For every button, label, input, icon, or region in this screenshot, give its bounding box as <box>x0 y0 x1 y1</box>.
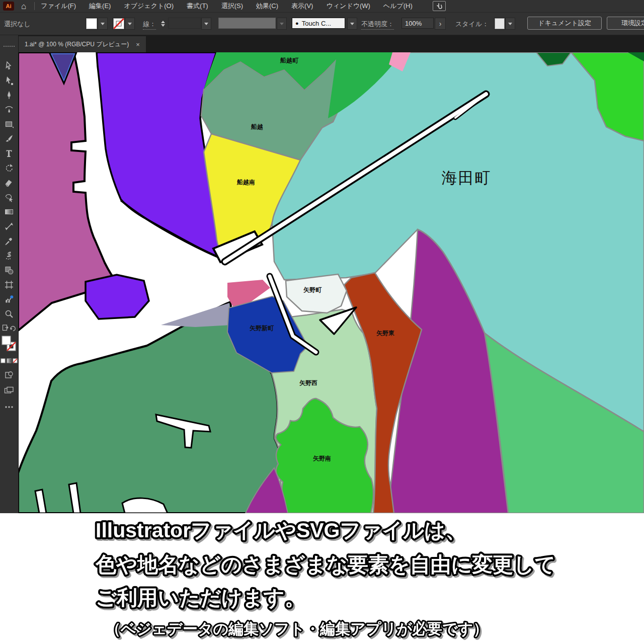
brush-dropdown[interactable] <box>347 18 357 30</box>
opacity-input[interactable]: 100% <box>401 18 434 29</box>
menu-help[interactable]: ヘルプ(H) <box>383 2 413 11</box>
more-tools-icon[interactable] <box>5 401 14 411</box>
label-yanominami[interactable]: 矢野南 <box>312 455 331 462</box>
label-yanocho[interactable]: 矢野町 <box>303 286 322 293</box>
label-yanonishi[interactable]: 矢野西 <box>299 379 317 386</box>
document-tab[interactable]: 1.ai* @ 100 % (RGB/CPU プレビュー) × <box>19 36 146 52</box>
menu-type[interactable]: 書式(T) <box>187 2 208 11</box>
zoom-tool[interactable] <box>2 306 16 321</box>
stroke-color-swatch[interactable] <box>113 18 125 30</box>
stroke-weight-stepper[interactable] <box>158 18 168 30</box>
direct-selection-tool[interactable] <box>2 73 16 88</box>
stroke-weight-input[interactable] <box>168 18 201 29</box>
menu-bar: Ai ⌂ ファイル(F) 編集(E) オブジェクト(O) 書式(T) 選択(S)… <box>0 0 644 12</box>
touch-workspace-icon[interactable] <box>433 1 446 11</box>
width-profile-dropdown <box>277 18 287 30</box>
menu-select[interactable]: 選択(S) <box>221 2 243 11</box>
opacity-label[interactable]: 不透明度： <box>361 20 394 30</box>
symbol-sprayer-tool[interactable] <box>2 248 16 263</box>
paintbrush-tool[interactable] <box>2 131 16 146</box>
screen-mode-icon[interactable] <box>4 386 14 396</box>
brush-select[interactable]: ● Touch C... <box>292 18 345 29</box>
fill-color-dropdown[interactable] <box>98 18 108 30</box>
artboard-tool[interactable] <box>2 277 16 292</box>
free-transform-tool[interactable] <box>2 219 16 233</box>
type-tool[interactable] <box>2 146 16 160</box>
caption-area: IllustratorファイルやSVGファイルは、 色や地名などのさまざまな要素… <box>0 513 644 644</box>
illustrator-logo-icon[interactable]: Ai <box>3 2 14 11</box>
curved-arrow-icon[interactable] <box>10 324 16 333</box>
selection-tool[interactable] <box>2 58 16 73</box>
region-violet-blob[interactable] <box>86 275 149 319</box>
preferences-button[interactable]: 環境設定 <box>607 17 644 30</box>
menu-window[interactable]: ウィンドウ(W) <box>326 2 370 11</box>
label-yanoshinmachi[interactable]: 矢野新町 <box>249 325 274 332</box>
menu-separator <box>34 2 35 10</box>
label-funakoshiminami[interactable]: 船越南 <box>236 179 255 186</box>
caption-line-4: （ベジェデータの編集ソフト・編集アプリが必要です） <box>106 620 489 637</box>
document-tab-title: 1.ai* @ 100 % (RGB/CPU プレビュー) <box>25 40 129 49</box>
shape-group-tool[interactable] <box>2 263 16 277</box>
stroke-weight-label[interactable]: 線： <box>143 20 156 30</box>
brush-bullet-icon: ● <box>295 20 299 26</box>
gradient-mode-icon[interactable] <box>7 356 12 365</box>
label-kaitacho[interactable]: 海田町 <box>442 169 492 187</box>
stroke-color-dropdown[interactable] <box>125 18 135 30</box>
control-bar: 選択なし 線： ● Touch C... 不透明度： 100% › スタイル： … <box>0 12 644 35</box>
opacity-expander[interactable]: › <box>435 18 446 30</box>
color-mode-icon[interactable] <box>1 356 6 365</box>
curvature-tool[interactable] <box>2 102 16 117</box>
eyedropper-tool[interactable] <box>2 233 16 248</box>
toolbar-grip-icon <box>3 45 15 47</box>
home-icon[interactable]: ⌂ <box>21 2 26 11</box>
menu-edit[interactable]: 編集(E) <box>89 2 111 11</box>
menu-object[interactable]: オブジェクト(O) <box>124 2 174 11</box>
caption-line-3: ご利用いただけます。 <box>96 586 305 609</box>
document-setup-button[interactable]: ドキュメント設定 <box>527 17 602 30</box>
width-profile-select <box>218 18 276 29</box>
caption-line-1: IllustratorファイルやSVGファイルは、 <box>96 519 466 542</box>
map-artwork[interactable]: 船越町 船越 船越南 矢野町 矢野新町 矢野東 矢野西 矢野南 海田町 <box>18 52 644 513</box>
fill-stroke-indicator[interactable] <box>1 335 17 355</box>
tools-panel <box>0 52 19 513</box>
label-funakoshi[interactable]: 船越 <box>251 123 263 130</box>
stroke-weight-dropdown[interactable] <box>201 18 211 30</box>
style-swatch[interactable] <box>494 18 505 30</box>
rotate-tool[interactable] <box>2 160 16 175</box>
label-yanohigashi[interactable]: 矢野東 <box>376 330 394 337</box>
style-dropdown[interactable] <box>505 18 515 30</box>
shape-builder-tool[interactable] <box>2 190 16 204</box>
pen-tool[interactable] <box>2 88 16 102</box>
tab-close-icon[interactable]: × <box>136 41 140 48</box>
artboard-canvas[interactable]: 船越町 船越 船越南 矢野町 矢野新町 矢野東 矢野西 矢野南 海田町 <box>18 52 644 513</box>
menu-effect[interactable]: 効果(C) <box>256 2 278 11</box>
graph-tool[interactable] <box>2 292 16 306</box>
brush-value: Touch C... <box>302 20 332 27</box>
fill-color-swatch[interactable] <box>86 18 98 30</box>
label-funakoshicho[interactable]: 船越町 <box>280 57 299 64</box>
menu-view[interactable]: 表示(V) <box>291 2 313 11</box>
menu-file[interactable]: ファイル(F) <box>41 2 76 11</box>
style-label: スタイル： <box>455 20 489 29</box>
document-tab-bar: 1.ai* @ 100 % (RGB/CPU プレビュー) × <box>0 34 644 52</box>
caption-line-2: 色や地名などのさまざまな要素を自由に変更して <box>95 553 556 576</box>
none-mode-icon[interactable] <box>13 356 18 365</box>
fill-indicator[interactable] <box>2 336 11 345</box>
gradient-tool[interactable] <box>2 204 16 219</box>
eraser-tool[interactable] <box>2 175 16 190</box>
selection-status: 選択なし <box>4 20 31 29</box>
edit-toolbar-icon[interactable] <box>2 324 9 333</box>
rectangle-tool[interactable] <box>2 117 16 131</box>
draw-mode-icon[interactable] <box>5 370 14 381</box>
toolbar-header[interactable] <box>0 34 19 52</box>
